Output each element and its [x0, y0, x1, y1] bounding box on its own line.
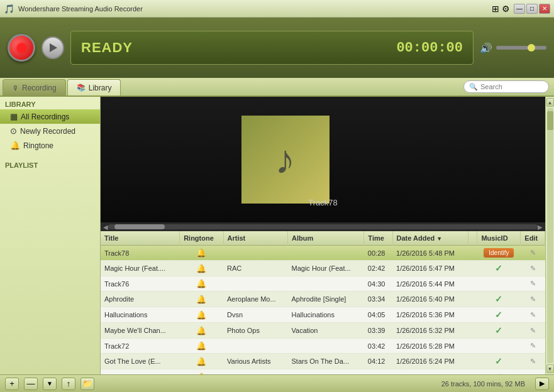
scroll-up-btn[interactable]: ▲ — [546, 98, 554, 107]
track-ringtone[interactable]: 🔔 — [180, 246, 223, 261]
track-musicid[interactable]: ✓ — [477, 291, 521, 307]
track-date: 1/26/2016 5:44 PM — [392, 276, 468, 291]
track-ringtone[interactable]: 🔔 — [180, 261, 223, 276]
table-row[interactable]: Track78🔔00:281/26/2016 5:48 PMIdentify✎ — [101, 246, 545, 261]
table-row[interactable]: Got The Love (E...🔔Various ArtistsStars … — [101, 354, 545, 369]
tab-library[interactable]: 📚 Library — [67, 79, 121, 95]
edit-icon[interactable]: ✎ — [530, 249, 536, 256]
track-rows: Track78🔔00:281/26/2016 5:48 PMIdentify✎M… — [101, 246, 545, 375]
settings-icon[interactable]: ⊞ — [492, 4, 499, 14]
gear-icon[interactable]: ⚙ — [502, 4, 510, 14]
track-ringtone[interactable]: 🔔 — [180, 369, 223, 375]
sidebar: LIBRARY ▦ All Recordings ⊙ Newly Recorde… — [0, 97, 101, 374]
track-musicid[interactable]: ✓ — [477, 323, 521, 339]
col-time: Time — [364, 231, 392, 246]
search-input[interactable] — [480, 83, 543, 90]
track-edit[interactable]: ✎ — [521, 291, 545, 307]
minimize-button[interactable]: — — [514, 4, 525, 14]
track-album — [288, 246, 364, 261]
maximize-button[interactable]: □ — [526, 4, 538, 14]
edit-icon[interactable]: ✎ — [530, 373, 536, 375]
track-musicid[interactable]: ✓ — [477, 354, 521, 369]
import-button[interactable]: ↑ — [62, 378, 75, 390]
scroll-track-vertical — [547, 108, 553, 363]
track-musicid[interactable]: Identify — [477, 246, 521, 261]
table-row[interactable]: Give It All (Foals ...🔔FoalsGive It All … — [101, 369, 545, 375]
table-row[interactable]: Track72🔔03:421/26/2016 5:28 PM✎ — [101, 339, 545, 354]
scroll-down-btn[interactable]: ▼ — [546, 364, 554, 373]
record-button[interactable] — [8, 34, 35, 62]
track-artist: Various Artists — [223, 354, 288, 369]
scroll-left-btn[interactable]: ◀ — [103, 224, 108, 231]
track-musicid[interactable]: ✓ — [477, 307, 521, 323]
col-edit: Edit — [521, 231, 545, 246]
sidebar-item-ringtone[interactable]: 🔔 Ringtone — [0, 138, 100, 153]
track-ringtone[interactable]: 🔔 — [180, 291, 223, 307]
remove-button[interactable]: — — [24, 378, 38, 390]
folder-button[interactable]: 📁 — [80, 378, 94, 390]
horizontal-scrollbar[interactable]: ◀ ▶ — [101, 222, 545, 231]
track-ringtone[interactable]: 🔔 — [180, 307, 223, 323]
track-title: Maybe We'll Chan... — [101, 323, 180, 339]
filter-button[interactable]: ▼ — [43, 378, 57, 390]
track-ringtone[interactable]: 🔔 — [180, 339, 223, 354]
plus-icon: + — [9, 379, 14, 388]
track-date: 1/26/2016 5:32 PM — [392, 323, 468, 339]
track-title: Magic Hour (Feat.... — [101, 261, 180, 276]
add-button[interactable]: + — [5, 378, 19, 390]
edit-icon[interactable]: ✎ — [530, 327, 536, 334]
scroll-right-btn[interactable]: ▶ — [538, 224, 543, 231]
bell-icon: 🔔 — [196, 326, 206, 335]
col-ringtone: Ringtone — [180, 231, 223, 246]
table-row[interactable]: Track76🔔04:301/26/2016 5:44 PM✎ — [101, 276, 545, 291]
check-icon: ✓ — [495, 356, 502, 366]
edit-icon[interactable]: ✎ — [530, 357, 536, 365]
track-edit[interactable]: ✎ — [521, 246, 545, 261]
table-row[interactable]: Maybe We'll Chan...🔔Photo OpsVacation03:… — [101, 323, 545, 339]
edit-icon[interactable]: ✎ — [530, 295, 536, 303]
edit-icon[interactable]: ✎ — [530, 342, 536, 349]
edit-icon[interactable]: ✎ — [530, 311, 536, 318]
track-title: Give It All (Foals ... — [101, 369, 180, 375]
track-edit[interactable]: ✎ — [521, 369, 545, 375]
sidebar-item-newly-recorded[interactable]: ⊙ Newly Recorded — [0, 124, 100, 138]
edit-icon[interactable]: ✎ — [530, 264, 536, 272]
track-edit[interactable]: ✎ — [521, 307, 545, 323]
scroll-thumb-vertical[interactable] — [547, 111, 553, 130]
table-row[interactable]: Hallucinations🔔DvsnHallucinations04:051/… — [101, 307, 545, 323]
minus-icon: — — [27, 379, 35, 388]
timer-display: 00:00:00 — [396, 40, 463, 56]
track-ringtone[interactable]: 🔔 — [180, 354, 223, 369]
track-musicid[interactable]: ✓ — [477, 261, 521, 276]
track-edit[interactable]: ✎ — [521, 339, 545, 354]
identify-button[interactable]: Identify — [484, 248, 514, 258]
track-edit[interactable]: ✎ — [521, 276, 545, 291]
nav-button[interactable]: ▶ — [535, 378, 549, 390]
table-row[interactable]: Aphrodite🔔Aeroplane Mo...Aphrodite [Sing… — [101, 291, 545, 307]
vertical-scrollbar[interactable]: ▲ ▼ — [545, 97, 554, 374]
track-edit[interactable]: ✎ — [521, 323, 545, 339]
tab-recording[interactable]: 🎙 Recording — [3, 79, 66, 95]
bell-icon: 🔔 — [196, 295, 206, 304]
track-table: Title Ringtone Artist Album Time Date Ad… — [101, 231, 545, 374]
track-musicid[interactable]: ✓ — [477, 369, 521, 375]
close-button[interactable]: ✕ — [539, 4, 550, 14]
play-button[interactable] — [42, 36, 64, 59]
record-dot — [17, 43, 26, 52]
table-row[interactable]: Magic Hour (Feat....🔔RACMagic Hour (Feat… — [101, 261, 545, 276]
volume-slider[interactable] — [496, 46, 546, 50]
track-edit[interactable]: ✎ — [521, 261, 545, 276]
track-ringtone[interactable]: 🔔 — [180, 323, 223, 339]
ringtone-label: Ringtone — [23, 141, 53, 150]
track-edit[interactable]: ✎ — [521, 354, 545, 369]
edit-icon[interactable]: ✎ — [530, 280, 536, 287]
track-ringtone[interactable]: 🔔 — [180, 276, 223, 291]
sidebar-item-all-recordings[interactable]: ▦ All Recordings — [0, 109, 100, 124]
scroll-thumb-horizontal[interactable] — [114, 224, 165, 229]
bell-icon: 🔔 — [196, 341, 206, 351]
album-art-area: ♪ Track78 — [101, 97, 545, 222]
track-space — [468, 369, 477, 375]
track-title: Aphrodite — [101, 291, 180, 307]
track-musicid[interactable] — [477, 276, 521, 291]
track-musicid[interactable] — [477, 339, 521, 354]
